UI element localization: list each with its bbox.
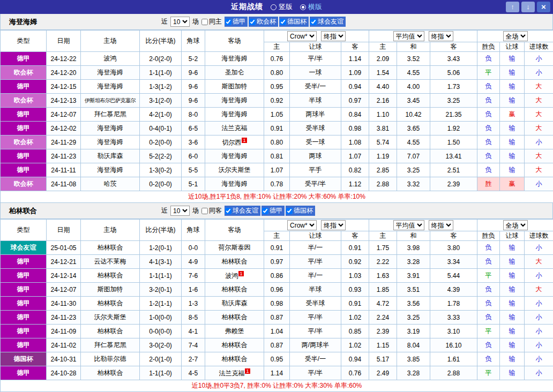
avg-draw: 3.25	[397, 311, 430, 325]
away-team[interactable]: 斯图加特	[205, 80, 264, 94]
avg-draw: 4.55	[397, 66, 430, 80]
layout-radio-horizontal[interactable]: 横版	[300, 2, 322, 12]
avg-select[interactable]: 平均值	[393, 31, 424, 41]
home-team[interactable]: 海登海姆	[81, 66, 140, 80]
away-team[interactable]: 圣加仑	[205, 66, 264, 80]
home-team[interactable]: 海登海姆	[81, 135, 140, 149]
home-team[interactable]: 云达不莱梅	[81, 255, 140, 269]
league-type: 德甲	[1, 325, 47, 338]
avg-select[interactable]: 平均值	[393, 220, 424, 230]
score-halftime: 1-3(1-2)	[140, 80, 182, 94]
away-team[interactable]: 海登海姆	[205, 108, 264, 122]
league-filter-chip[interactable]: 球会友谊	[225, 206, 260, 216]
home-team[interactable]: 柏林联合	[81, 325, 140, 338]
section-header: 海登海姆 近 10 场 同主 德甲欧会杯德国杯球会友谊	[0, 14, 553, 30]
scope-select[interactable]: 全场	[503, 220, 528, 230]
league-filter-checkbox[interactable]	[225, 19, 231, 25]
odds-home: 0.86	[264, 269, 290, 283]
league-filter-label: 球会友谊	[233, 206, 258, 215]
home-team[interactable]: 海登海姆	[81, 163, 140, 177]
league-filter-chip[interactable]: 球会友谊	[310, 17, 346, 27]
home-team[interactable]: 比勒菲尔德	[81, 352, 140, 366]
away-team[interactable]: 柏林联合	[205, 352, 264, 366]
league-type: 德甲	[1, 255, 47, 269]
result-wdl: 负	[477, 52, 500, 66]
avg-stage-select[interactable]: 终指	[429, 220, 453, 230]
league-filter-checkbox[interactable]	[286, 208, 293, 214]
away-team[interactable]: 柏林联合	[205, 338, 264, 352]
home-team[interactable]: 海登海姆	[81, 80, 140, 94]
scope-select[interactable]: 全场	[503, 31, 528, 41]
avg-stage-select[interactable]: 终指	[429, 31, 453, 41]
league-filter-chip[interactable]: 德甲	[261, 206, 285, 216]
away-team[interactable]: 勒沃库森	[205, 297, 264, 311]
league-filter-chip[interactable]: 德甲	[225, 17, 248, 27]
away-team[interactable]: 海登海姆	[205, 52, 264, 66]
league-filter-chip[interactable]: 德国杯	[286, 206, 315, 216]
home-team[interactable]: 哈茨	[81, 177, 140, 191]
avg-away: 2.51	[430, 163, 477, 177]
away-team[interactable]: 荷尔斯泰因	[205, 241, 264, 255]
away-team[interactable]: 弗赖堡	[205, 325, 264, 338]
home-team[interactable]: 勒沃库森	[81, 149, 140, 163]
odds-stage-select[interactable]: 终指	[321, 31, 346, 41]
scroll-up-button[interactable]: ↑	[506, 2, 519, 12]
col-avg-away: 客	[430, 42, 477, 52]
league-filter-checkbox[interactable]	[310, 19, 317, 25]
home-team[interactable]: 柏林联合	[81, 366, 140, 380]
league-filter-checkbox[interactable]	[249, 19, 256, 25]
match-date: 24-11-02	[47, 338, 81, 352]
league-filter-checkbox[interactable]	[280, 19, 286, 25]
odds-provider-select[interactable]: Crow*	[287, 220, 317, 230]
section-summary: 近10场,胜0平3负7, 胜率:0% 让胜率:0% 大率:30% 单率:60%	[1, 380, 553, 392]
home-team[interactable]: 伊斯坦布尔巴萨克塞尔	[81, 94, 140, 108]
result-goals: 小	[525, 297, 553, 311]
same-venue-filter[interactable]: 同主	[201, 17, 222, 26]
recent-count-select[interactable]: 10	[170, 17, 190, 27]
home-team[interactable]: 斯图加特	[81, 283, 140, 297]
home-team[interactable]: 沃尔夫斯堡	[81, 311, 140, 325]
avg-away: 3.10	[430, 325, 477, 338]
away-team[interactable]: 切尔西1	[205, 135, 264, 149]
league-filter-chip[interactable]: 德国杯	[279, 17, 309, 27]
away-team[interactable]: 海登海姆	[205, 149, 264, 163]
away-team[interactable]: 波鸿1	[205, 269, 264, 283]
avg-draw: 4.55	[397, 135, 430, 149]
league-filter-checkbox[interactable]	[262, 208, 268, 214]
same-venue-checkbox[interactable]	[201, 19, 208, 25]
scroll-down-button[interactable]: ↓	[521, 2, 535, 12]
home-team[interactable]: 柏林联合	[81, 269, 140, 283]
away-team[interactable]: 海登海姆	[205, 177, 264, 191]
recent-count-select[interactable]: 10	[170, 206, 190, 216]
avg-draw: 3.28	[397, 255, 430, 269]
league-filter-chip[interactable]: 欧会杯	[249, 17, 278, 27]
away-team[interactable]: 法兰克福	[205, 122, 264, 135]
same-venue-checkbox[interactable]	[201, 208, 208, 214]
avg-away: 16.10	[430, 338, 477, 352]
avg-draw: 3.19	[397, 325, 430, 338]
away-team[interactable]: 海登海姆	[205, 94, 264, 108]
match-row: 德甲24-12-22波鸿2-0(2-0)5-2海登海姆0.76平/半1.142.…	[1, 52, 553, 66]
odds-stage-select[interactable]: 终指	[321, 220, 346, 230]
handicap-line: 受平/半	[290, 177, 341, 191]
home-team[interactable]: 柏林联合	[81, 297, 140, 311]
odds-away: 1.08	[341, 135, 369, 149]
col-away: 客场	[205, 220, 264, 241]
close-button[interactable]: ×	[537, 2, 550, 12]
col-date: 日期	[47, 31, 81, 52]
league-filter-checkbox[interactable]	[225, 208, 231, 214]
home-team[interactable]: 拜仁慕尼黑	[81, 108, 140, 122]
home-team[interactable]: 柏林联合	[81, 241, 140, 255]
odds-provider-select[interactable]: Crow*	[287, 31, 317, 41]
home-team[interactable]: 波鸿	[81, 52, 140, 66]
away-team[interactable]: 柏林联合	[205, 311, 264, 325]
away-team[interactable]: 柏林联合	[205, 255, 264, 269]
result-goals: 小	[525, 366, 553, 380]
same-venue-filter[interactable]: 同客	[201, 206, 222, 215]
away-team[interactable]: 柏林联合	[205, 283, 264, 297]
away-team[interactable]: 沃尔夫斯堡	[205, 163, 264, 177]
home-team[interactable]: 海登海姆	[81, 122, 140, 135]
away-team[interactable]: 法兰克福1	[205, 366, 264, 380]
home-team[interactable]: 拜仁慕尼黑	[81, 338, 140, 352]
layout-radio-vertical[interactable]: 竖版	[271, 2, 293, 12]
